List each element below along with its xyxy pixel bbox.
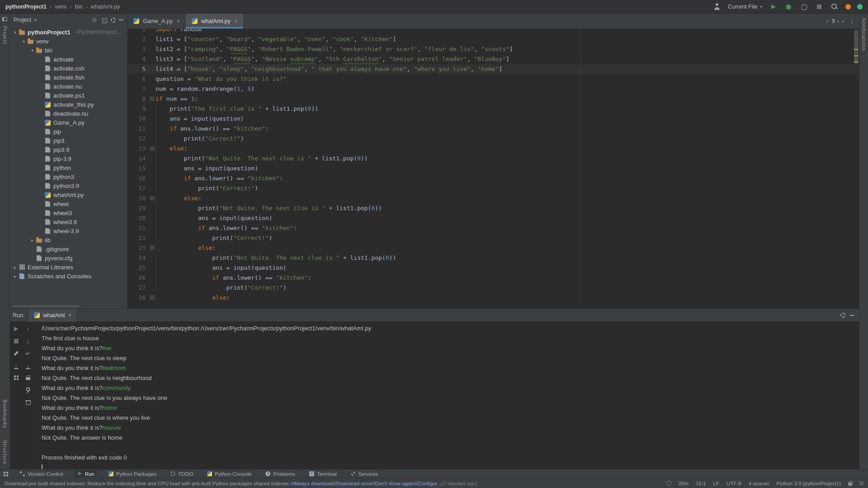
tool-window-button-terminal[interactable]: Terminal bbox=[307, 470, 339, 477]
profiler-button[interactable] bbox=[799, 2, 808, 11]
code-line[interactable]: 6question = "What do you think it is?" bbox=[127, 74, 859, 84]
chevron-down-icon[interactable]: ▾ bbox=[34, 18, 37, 22]
tool-window-button-version-control[interactable]: Version Control bbox=[17, 470, 66, 477]
fold-marker-icon[interactable] bbox=[148, 293, 156, 303]
tree-item[interactable]: wheel3 bbox=[10, 208, 127, 217]
status-indicator-icon[interactable] bbox=[666, 481, 671, 486]
restore-layout-icon[interactable] bbox=[13, 374, 20, 381]
code-line[interactable]: 27 print("Correct!") bbox=[127, 283, 859, 293]
fold-marker-icon[interactable] bbox=[148, 144, 156, 154]
tree-item[interactable]: pip bbox=[10, 127, 127, 136]
prev-occurrence-icon[interactable] bbox=[24, 325, 32, 333]
code-line[interactable]: 13 else: bbox=[127, 144, 859, 154]
tree-item[interactable]: activate bbox=[10, 55, 127, 64]
warning-stripe-mark[interactable] bbox=[854, 55, 858, 56]
code-line[interactable]: 3list2 = ["camping", "PAGGS", "Robert Ba… bbox=[127, 44, 859, 54]
tree-item[interactable]: activate.nu bbox=[10, 82, 127, 91]
gutter-line-number[interactable]: 14 bbox=[127, 154, 148, 164]
gutter-line-number[interactable]: 28 bbox=[127, 293, 148, 303]
gutter-line-number[interactable]: 18 bbox=[127, 193, 148, 203]
tree-item[interactable]: wheel3.9 bbox=[10, 217, 127, 226]
tree-item[interactable]: pyvenv.cfg bbox=[10, 253, 127, 263]
gutter-line-number[interactable]: 7 bbox=[127, 84, 148, 94]
code-line[interactable]: 10 ans = input(question) bbox=[127, 114, 859, 124]
code-line[interactable]: 21 if ans.lower() == "kitchen": bbox=[127, 223, 859, 233]
gutter-line-number[interactable]: 10 bbox=[127, 114, 148, 124]
gutter-line-number[interactable]: 4 bbox=[127, 54, 148, 64]
soft-wrap-icon[interactable] bbox=[24, 350, 32, 357]
code-line[interactable]: 25 ans = input(question) bbox=[127, 263, 859, 273]
code-line[interactable]: 14 print("Not Quite. The next clue is " … bbox=[127, 154, 859, 164]
hide-panel-icon[interactable] bbox=[119, 19, 123, 20]
code-line[interactable]: 15 ans = input(question) bbox=[127, 164, 859, 174]
hide-panel-icon[interactable] bbox=[850, 315, 854, 316]
tree-item[interactable]: activate.csh bbox=[10, 64, 127, 73]
code-line[interactable]: 12 print("Correct!") bbox=[127, 134, 859, 144]
code-line[interactable]: 1import random bbox=[127, 29, 859, 34]
collapse-all-icon[interactable] bbox=[101, 17, 108, 23]
gutter-line-number[interactable]: 21 bbox=[127, 223, 148, 233]
code-with-me-icon[interactable] bbox=[857, 4, 863, 9]
gutter-line-number[interactable]: 8 bbox=[127, 94, 148, 104]
code-editor[interactable]: 1import random2list1 = ["counter", "boar… bbox=[127, 29, 859, 309]
tree-item[interactable]: python bbox=[10, 163, 127, 172]
next-occurrence-icon[interactable] bbox=[24, 338, 32, 345]
tree-caret-icon[interactable]: ▾ bbox=[20, 39, 27, 44]
tree-item[interactable]: ▾venv bbox=[10, 37, 127, 46]
update-indicator-icon[interactable] bbox=[845, 4, 851, 9]
editor-scrollbar[interactable] bbox=[854, 30, 859, 64]
tool-window-stripe-button[interactable]: Structure bbox=[2, 440, 8, 465]
run-console-tab[interactable]: whatAml × bbox=[29, 309, 76, 322]
code-line[interactable]: 22 print("Correct!") bbox=[127, 233, 859, 243]
gutter-line-number[interactable]: 19 bbox=[127, 203, 148, 213]
fold-marker-icon[interactable] bbox=[148, 193, 156, 203]
warning-stripe-mark[interactable] bbox=[854, 61, 858, 63]
code-line[interactable]: 11 if ans.lower() == "kitchen": bbox=[127, 124, 859, 134]
tree-item[interactable]: ▸Scratches and Consoles bbox=[10, 272, 127, 281]
chevron-up-icon[interactable]: ∧ bbox=[837, 19, 840, 23]
select-opened-file-icon[interactable] bbox=[91, 17, 98, 23]
status-widget[interactable]: 15:1 bbox=[696, 481, 706, 486]
status-link[interactable]: Always download bbox=[293, 481, 334, 486]
editor-tab[interactable]: whatAml.py× bbox=[186, 14, 244, 28]
gutter-line-number[interactable]: 17 bbox=[127, 183, 148, 193]
gutter-line-number[interactable]: 2 bbox=[127, 34, 148, 44]
more-options-icon[interactable]: ⋮ bbox=[849, 18, 855, 25]
horizontal-scrollbar[interactable] bbox=[12, 305, 80, 307]
scroll-down-icon[interactable] bbox=[13, 362, 20, 369]
tab-close-icon[interactable]: × bbox=[235, 18, 238, 24]
run-button[interactable] bbox=[769, 2, 778, 11]
search-everywhere-icon[interactable] bbox=[830, 2, 839, 11]
tree-caret-icon[interactable]: ▸ bbox=[29, 238, 36, 243]
tool-window-button-problems[interactable]: Problems bbox=[263, 470, 297, 477]
tree-item[interactable]: wheel-3.9 bbox=[10, 226, 127, 235]
tab-close-icon[interactable]: × bbox=[177, 18, 180, 24]
gutter-line-number[interactable]: 13 bbox=[127, 144, 148, 154]
tree-item[interactable]: activate_this.py bbox=[10, 100, 127, 109]
code-line[interactable]: 5list4 = ["house", "sleep", "neighbourho… bbox=[127, 64, 859, 74]
code-line[interactable]: 28 else: bbox=[127, 293, 859, 303]
status-link[interactable]: Don't show again bbox=[375, 481, 415, 486]
pin-tab-icon[interactable] bbox=[24, 386, 32, 394]
tree-item[interactable]: .gitignore bbox=[10, 244, 127, 253]
status-widget[interactable]: Python 3.9 (pythonProject1) bbox=[776, 481, 841, 486]
gear-icon[interactable] bbox=[111, 18, 116, 23]
tree-item[interactable]: pip3 bbox=[10, 136, 127, 145]
tree-item[interactable]: pip-3.9 bbox=[10, 154, 127, 163]
tree-caret-icon[interactable]: ▾ bbox=[12, 30, 19, 35]
chevron-down-icon[interactable]: ∨ bbox=[841, 19, 844, 23]
tree-item[interactable]: ▸External Libraries bbox=[10, 263, 127, 272]
gear-icon[interactable] bbox=[840, 313, 845, 318]
tool-window-button-python-console[interactable]: Python Console bbox=[204, 470, 254, 477]
tool-window-stripe-button[interactable]: Notifications bbox=[861, 18, 867, 51]
breadcrumb-item[interactable]: whatAml.py bbox=[91, 4, 120, 10]
background-tasks-icon[interactable] bbox=[859, 481, 863, 485]
gutter-line-number[interactable]: 15 bbox=[127, 164, 148, 174]
stop-button[interactable] bbox=[13, 338, 20, 345]
tool-window-button-python-packages[interactable]: Python Packages bbox=[106, 470, 159, 477]
tree-caret-icon[interactable]: ▾ bbox=[29, 48, 36, 53]
tree-item[interactable]: pip3.9 bbox=[10, 145, 127, 154]
tree-item[interactable]: Game_A.py bbox=[10, 118, 127, 127]
gutter-line-number[interactable]: 23 bbox=[127, 243, 148, 253]
print-icon[interactable] bbox=[24, 374, 32, 381]
